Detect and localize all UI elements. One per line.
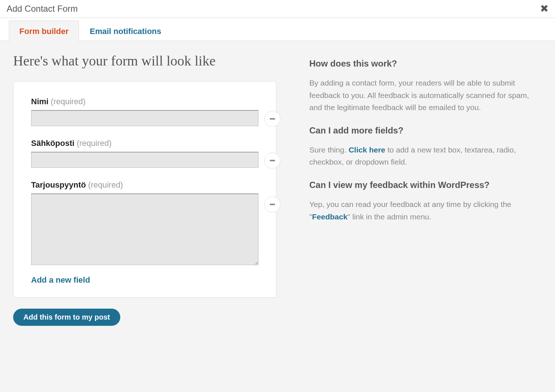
help-heading: Can I view my feedback within WordPress? — [309, 180, 542, 190]
tab-email-notifications[interactable]: Email notifications — [79, 20, 172, 41]
remove-field-button[interactable] — [264, 196, 280, 212]
text-input[interactable] — [31, 110, 258, 126]
minus-icon — [270, 204, 275, 205]
field-label: Tarjouspyyntö (required) — [31, 180, 258, 190]
submit-row: Add this form to my post — [13, 309, 276, 326]
add-field-link[interactable]: Add a new field — [31, 275, 258, 285]
field-required-text: (required) — [77, 139, 112, 148]
left-column: Here's what your form will look like Nim… — [13, 53, 276, 380]
preview-heading: Here's what your form will look like — [13, 53, 276, 69]
field-label-text: Nimi — [31, 97, 49, 106]
add-field-help-link[interactable]: Click here — [348, 146, 385, 154]
field-label-text: Sähköposti — [31, 139, 75, 148]
text-input[interactable] — [31, 152, 258, 168]
help-paragraph: Sure thing. Click here to add a new text… — [309, 144, 542, 168]
remove-field-button[interactable] — [264, 111, 280, 127]
help-paragraph: Yep, you can read your feedback at any t… — [309, 198, 542, 223]
form-preview-card: Nimi (required) Sähköposti (required) — [13, 81, 276, 298]
tab-bar: Form builder Email notifications — [0, 18, 555, 41]
textarea-input[interactable] — [31, 193, 258, 265]
form-field: Nimi (required) — [31, 97, 258, 126]
form-field: Sähköposti (required) — [31, 139, 258, 168]
tab-form-builder[interactable]: Form builder — [9, 20, 79, 41]
field-label: Sähköposti (required) — [31, 139, 258, 148]
minus-icon — [270, 118, 275, 120]
help-heading: Can I add more fields? — [309, 125, 542, 136]
form-field: Tarjouspyyntö (required) — [31, 180, 258, 267]
help-paragraph: By adding a contact form, your readers w… — [309, 77, 542, 114]
field-required-text: (required) — [88, 180, 123, 189]
content-area: Here's what your form will look like Nim… — [0, 41, 555, 392]
help-column: How does this work? By adding a contact … — [309, 53, 542, 380]
add-form-button[interactable]: Add this form to my post — [13, 309, 120, 326]
minus-icon — [270, 160, 275, 161]
help-text: Sure thing. — [309, 146, 348, 154]
close-icon[interactable]: ✖ — [540, 4, 548, 14]
field-label: Nimi (required) — [31, 97, 258, 106]
field-label-text: Tarjouspyyntö — [31, 180, 86, 189]
help-text: " link in the admin menu. — [347, 212, 431, 221]
help-heading: How does this work? — [309, 59, 542, 69]
modal-title: Add Contact Form — [7, 4, 78, 14]
remove-field-button[interactable] — [264, 152, 280, 169]
field-required-text: (required) — [51, 97, 86, 106]
modal-header: Add Contact Form ✖ — [0, 0, 555, 18]
feedback-help-link[interactable]: Feedback — [312, 212, 347, 221]
